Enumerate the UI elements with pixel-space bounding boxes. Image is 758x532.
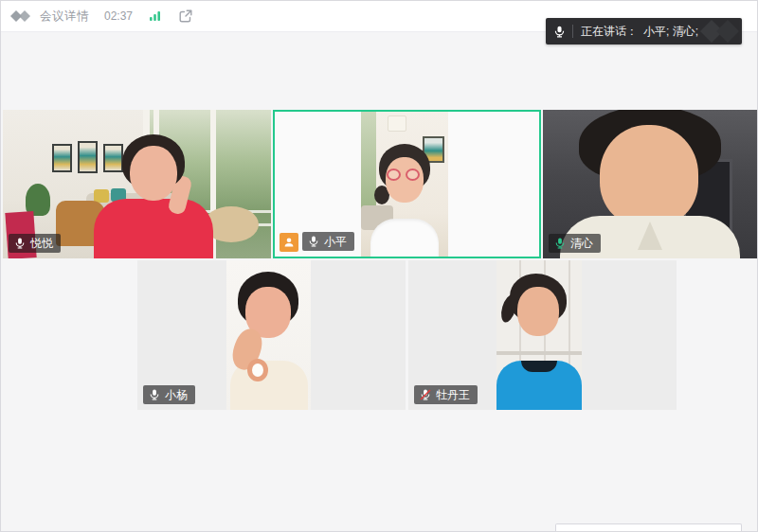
video-tile-xiaoping-active[interactable]: 小平 bbox=[273, 110, 541, 258]
host-badge-icon bbox=[280, 233, 298, 252]
banner-divider bbox=[572, 25, 573, 38]
app-logo-icon bbox=[9, 9, 32, 23]
mic-muted-icon bbox=[420, 389, 431, 400]
participant-name-tag: 清心 bbox=[549, 234, 601, 253]
now-speaking-label: 正在讲话： bbox=[581, 24, 638, 40]
video-tile-mudanwang[interactable]: 牡丹王 bbox=[408, 260, 677, 410]
bottom-popup-panel[interactable] bbox=[555, 523, 742, 532]
mic-on-icon bbox=[308, 236, 319, 247]
participant-name: 牡丹王 bbox=[436, 388, 470, 401]
mic-on-icon bbox=[14, 238, 26, 249]
now-speaking-banner: 正在讲话： 小平; 清心; bbox=[546, 18, 742, 44]
mic-speaking-icon bbox=[554, 238, 566, 249]
meeting-timer: 02:37 bbox=[104, 9, 133, 23]
mic-icon bbox=[553, 26, 566, 38]
video-tile-xiaoyang[interactable]: 小杨 bbox=[137, 260, 406, 410]
participant-name: 清心 bbox=[570, 237, 593, 250]
meeting-window: 会议详情 02:37 正在讲话： 小平; 清心; bbox=[0, 0, 758, 532]
meeting-detail-title: 会议详情 bbox=[40, 9, 89, 25]
mic-on-icon bbox=[149, 389, 160, 400]
video-tile-qingxin[interactable]: 清心 bbox=[543, 110, 757, 258]
network-signal-icon[interactable] bbox=[149, 10, 162, 22]
video-tile-yueyue[interactable]: 悦悦 bbox=[3, 110, 271, 258]
participant-name-tag: 小杨 bbox=[143, 385, 195, 404]
participant-name-tag: 牡丹王 bbox=[414, 385, 478, 404]
participant-name-tag: 悦悦 bbox=[9, 234, 61, 253]
participant-name: 小杨 bbox=[165, 388, 188, 401]
participant-name-tag: 小平 bbox=[302, 232, 354, 251]
watermark-logo-icon bbox=[698, 18, 740, 44]
participant-name: 小平 bbox=[324, 235, 347, 248]
now-speaking-names: 小平; 清心; bbox=[643, 24, 698, 40]
participant-name: 悦悦 bbox=[30, 237, 53, 250]
pop-out-icon[interactable] bbox=[178, 9, 193, 24]
